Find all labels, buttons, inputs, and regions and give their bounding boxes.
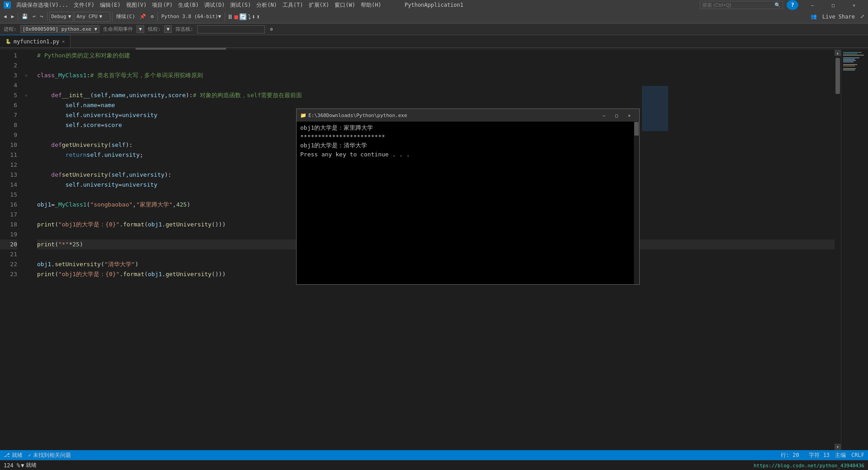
tab-myfunction1[interactable]: 🐍 myfunction1.py ✕ [0,35,71,47]
help-icon[interactable]: ? [787,0,798,10]
fold-indicator-5[interactable]: ⊖ [23,90,30,100]
no-issues-indicator[interactable]: ✓ 未找到相关问题 [28,451,71,459]
console-line-3: obj1的大学是：清华大学 [300,141,636,150]
attach-button[interactable]: 📌 [138,11,148,22]
window-title: PythonApplication1 [405,2,463,8]
menu-item-extensions[interactable]: 扩展(X) [307,1,331,9]
cpu-config-arrow: ▼ [99,14,103,19]
step-over-button[interactable]: ⤵ [248,13,251,20]
line-numbers: 1 2 3 4 5 6 7 8 9 10 11 12 13 14 15 16 1… [0,50,23,450]
filter-input[interactable] [197,25,265,33]
step-into-button[interactable]: ⬇ [252,13,255,20]
console-scrollbar[interactable] [634,122,639,284]
event-dropdown[interactable]: ▼ [137,25,144,33]
save-button[interactable]: 💾 [20,11,30,22]
minimap-content [841,50,868,74]
step-out-button[interactable]: ⬆ [256,13,260,20]
close-button[interactable]: ✕ [844,0,864,10]
forward-button[interactable]: ▶ [9,11,16,22]
menu-item-help[interactable]: 帮助(H) [359,1,383,9]
menu-item-save[interactable]: 高级保存选项(V)... [14,1,70,9]
menu-item-file[interactable]: 文件(F) [72,1,96,9]
console-maximize-button[interactable]: □ [610,109,623,122]
toolbar-separator-1 [18,12,18,21]
menu-item-tools[interactable]: 工具(T) [281,1,305,9]
thread-arrow: ▼ [166,26,170,32]
console-scroll-thumb[interactable] [634,122,639,136]
back-button[interactable]: ◀ [2,11,9,22]
continue-button[interactable]: 继续(C) [114,11,137,22]
debug-config-arrow: ▼ [68,14,71,19]
menu-item-analyze[interactable]: 分析(N) [255,1,279,9]
continue-label: 继续(C) [116,13,135,20]
vertical-scrollbar[interactable]: ▲ ▼ [835,50,841,450]
scroll-down-button[interactable]: ▼ [835,444,841,450]
thread-dropdown[interactable]: ▼ [164,25,172,33]
cpu-config-dropdown[interactable]: Any CPU ▼ [74,12,110,22]
line-ending-indicator[interactable]: CRLF [851,452,864,458]
event-arrow: ▼ [139,26,142,32]
search-input[interactable] [700,2,773,8]
menu-item-edit[interactable]: 编辑(E) [98,1,123,9]
code-line-1: # Python的类的定义和对象的创建 [37,51,835,61]
pause-button[interactable]: ⏸ [227,13,233,20]
fold-indicator-3[interactable]: ⊖ [23,70,30,80]
console-path-icon: 📁 [300,113,307,118]
console-line-2: ************************ [300,132,636,141]
process-label: 进程: [4,26,17,33]
process-value: [0x00005090] python.exe [23,26,91,32]
minimize-button[interactable]: — [802,0,823,10]
zoom-arrow: ▼ [21,462,24,469]
zoom-value: 124 % [4,462,20,469]
menu-item-build[interactable]: 生成(B) [176,1,201,9]
python-version-label: Python 3.8 (64-bit) [161,14,218,19]
filter-label: 筛选栈: [175,26,193,33]
code-line-4 [37,80,835,90]
stop-button[interactable]: ■ [234,13,238,20]
menu-item-test[interactable]: 测试(S) [228,1,253,9]
status-speech: 就绪 [26,461,37,469]
expand-button[interactable]: ⤢ [859,11,866,22]
process-dropdown[interactable]: [0x00005090] python.exe ▼ [20,25,100,33]
encoding-indicator[interactable]: 主编 [835,451,846,459]
status-bar: ⎇ 就绪 ✓ 未找到相关问题 行: 20 字符 13 主编 CRLF [0,450,868,460]
scroll-up-button[interactable]: ▲ [835,50,841,56]
redo-button[interactable]: ↪ [38,11,45,22]
menu-item-debug[interactable]: 调试(D) [203,1,227,9]
undo-button[interactable]: ↩ [31,11,38,22]
console-title-text: E:\360Downloads\Python\python.exe [308,113,596,118]
maximize-button[interactable]: □ [823,0,844,10]
row-col-indicator[interactable]: 行: 20 字符 13 [781,451,830,459]
branch-icon: ⎇ [4,452,10,458]
zoom-control[interactable]: 124 % ▼ [4,462,24,469]
event-label: 生命周期事件 [103,26,133,33]
python-dropdown-arrow: ▼ [218,14,222,19]
thread-label: 线程: [148,26,161,33]
restart-button[interactable]: 🔄 [239,13,247,20]
issues-label: 未找到相关问题 [33,451,71,459]
console-minimize-button[interactable]: — [598,109,610,122]
python-version-dropdown[interactable]: Python 3.8 (64-bit) ▼ [160,11,223,22]
filter-settings-button[interactable]: ⚙ [269,24,275,35]
scroll-thumb[interactable] [835,58,840,94]
settings-button[interactable]: ⚙ [149,11,156,22]
debug-config-dropdown[interactable]: Debug ▼ [49,12,74,22]
cpu-config-label: Any CPU [76,14,97,19]
toolbar-separator-5 [225,12,225,21]
process-arrow: ▼ [94,26,98,32]
tab-filename: myfunction1.py [14,38,59,45]
branch-name: 就绪 [12,451,23,459]
menu-item-view[interactable]: 视图(V) [124,1,149,9]
tab-close-button[interactable]: ✕ [62,39,65,44]
live-share-button[interactable]: Live Share [822,14,855,20]
search-icon: 🔍 [773,2,783,8]
menu-item-project[interactable]: 项目(P) [150,1,175,9]
tab-icon: 🐍 [5,39,11,44]
blog-link[interactable]: https://blog.csdn.net/python_43940436 [754,462,864,469]
menu-item-window[interactable]: 窗口(W) [333,1,357,9]
live-share-icon[interactable]: 👥 [809,11,819,22]
console-close-button[interactable]: ✕ [623,109,636,122]
source-control-button[interactable]: ⎇ 就绪 [4,451,23,459]
console-title-bar: 📁 E:\360Downloads\Python\python.exe — □ … [297,109,639,122]
console-line-1: obj1的大学是：家里蹲大学 [300,123,636,132]
